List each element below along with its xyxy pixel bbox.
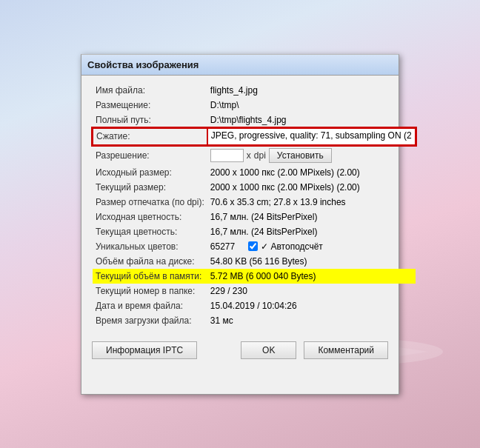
compression-text: JPEG, progressive, quality: 71, subsampl… xyxy=(211,130,412,141)
resolution-dpi-label: dpi xyxy=(254,150,266,161)
row-label: Размещение: xyxy=(93,98,207,113)
row-value: 2000 x 1000 пкс (2.00 MPixels) (2.00) xyxy=(207,180,416,195)
table-row: Уникальных цветов: 65277 ✓ Автоподсчёт xyxy=(93,239,416,254)
autocount-checkbox[interactable] xyxy=(248,241,258,251)
table-row: Текущая цветность: 16,7 млн. (24 BitsPer… xyxy=(93,224,416,239)
row-value: 70.6 x 35.3 cm; 27.8 x 13.9 inches xyxy=(207,195,416,210)
image-properties-dialog: Свойства изображения Имя файла: flights_… xyxy=(81,54,399,395)
row-value: 16,7 млн. (24 BitsPerPixel) xyxy=(207,210,416,224)
row-label: Исходная цветность: xyxy=(93,210,207,224)
table-row: Время загрузки файла: 31 мс xyxy=(93,313,416,328)
row-label: Имя файла: xyxy=(93,83,207,98)
row-value: 229 / 230 xyxy=(207,284,416,298)
row-value: 65277 ✓ Автоподсчёт xyxy=(207,239,416,254)
resolution-controls: x dpi Установить xyxy=(207,145,416,165)
row-label: Исходный размер: xyxy=(93,165,207,180)
row-label: Полный путь: xyxy=(93,113,207,128)
dialog-overlay: Свойства изображения Имя файла: flights_… xyxy=(0,0,480,448)
row-value: 2000 x 1000 пкс (2.00 MPixels) (2.00) xyxy=(207,165,416,180)
row-label: Текущий размер: xyxy=(93,180,207,195)
compression-value: JPEG, progressive, quality: 71, subsampl… xyxy=(207,128,416,145)
memory-row: Текущий объём в памяти: 5.72 MB (6 000 0… xyxy=(93,269,416,284)
dialog-titlebar: Свойства изображения xyxy=(81,55,399,76)
row-label: Размер отпечатка (по dpi): xyxy=(93,195,207,210)
compression-label: Сжатие: xyxy=(93,128,207,145)
resolution-inputs: x dpi Установить xyxy=(210,148,413,163)
row-label: Объём файла на диске: xyxy=(93,254,207,269)
table-row: Полный путь: D:\tmp\flights_4.jpg xyxy=(93,113,416,128)
table-row: Дата и время файла: 15.04.2019 / 10:04:2… xyxy=(93,298,416,313)
comment-button[interactable]: Комментарий xyxy=(304,341,388,359)
resolution-container: x dpi Установить xyxy=(210,148,413,163)
memory-value: 5.72 MB (6 000 040 Bytes) xyxy=(207,269,416,284)
table-row: Текущий размер: 2000 x 1000 пкс (2.00 MP… xyxy=(93,180,416,195)
compression-row: Сжатие: JPEG, progressive, quality: 71, … xyxy=(93,128,416,145)
memory-label: Текущий объём в памяти: xyxy=(93,269,207,284)
fullpath-value: D:\tmp\flights_4.jpg xyxy=(210,115,287,125)
table-row: Размещение: D:\tmp\ xyxy=(93,98,416,113)
filename-value: flights_4.jpg xyxy=(210,85,258,96)
row-value: flights_4.jpg xyxy=(207,83,416,98)
dialog-title: Свойства изображения xyxy=(87,59,199,70)
resolution-row: Разрешение: x dpi Установить xyxy=(93,145,416,165)
row-label: Текущий номер в папке: xyxy=(93,284,207,298)
iptc-button[interactable]: Информация IPTC xyxy=(92,341,197,359)
row-value: 15.04.2019 / 10:04:26 xyxy=(207,298,416,313)
row-value: 31 мс xyxy=(207,313,416,328)
location-value: D:\tmp\ xyxy=(210,100,239,110)
footer-right: OK Комментарий xyxy=(241,341,388,359)
resolution-x-input[interactable] xyxy=(210,149,244,162)
row-value: D:\tmp\flights_4.jpg xyxy=(207,113,416,128)
unique-colors-value: 65277 xyxy=(210,241,235,252)
dialog-footer: Информация IPTC OK Комментарий xyxy=(81,335,399,368)
table-row: Исходный размер: 2000 x 1000 пкс (2.00 M… xyxy=(93,165,416,180)
row-label: Уникальных цветов: xyxy=(93,239,207,254)
row-value: 16,7 млн. (24 BitsPerPixel) xyxy=(207,224,416,239)
table-row: Исходная цветность: 16,7 млн. (24 BitsPe… xyxy=(93,210,416,224)
resolution-x-label: x xyxy=(247,150,251,161)
row-value: 54.80 KB (56 116 Bytes) xyxy=(207,254,416,269)
dialog-content: Имя файла: flights_4.jpg Размещение: D:\… xyxy=(81,76,399,335)
row-label: Дата и время файла: xyxy=(93,298,207,313)
table-row: Текущий номер в папке: 229 / 230 xyxy=(93,284,416,298)
row-label: Текущая цветность: xyxy=(93,224,207,239)
ok-button[interactable]: OK xyxy=(241,341,296,359)
table-row: Размер отпечатка (по dpi): 70.6 x 35.3 c… xyxy=(93,195,416,210)
table-row: Объём файла на диске: 54.80 KB (56 116 B… xyxy=(93,254,416,269)
properties-table: Имя файла: flights_4.jpg Размещение: D:\… xyxy=(92,83,416,328)
row-value: D:\tmp\ xyxy=(207,98,416,113)
resolution-label: Разрешение: xyxy=(93,145,207,165)
table-row: Имя файла: flights_4.jpg xyxy=(93,83,416,98)
unique-colors-container: 65277 ✓ Автоподсчёт xyxy=(210,241,413,252)
row-label: Время загрузки файла: xyxy=(93,313,207,328)
autocount-label: ✓ Автоподсчёт xyxy=(261,241,323,252)
set-resolution-button[interactable]: Установить xyxy=(269,148,332,163)
